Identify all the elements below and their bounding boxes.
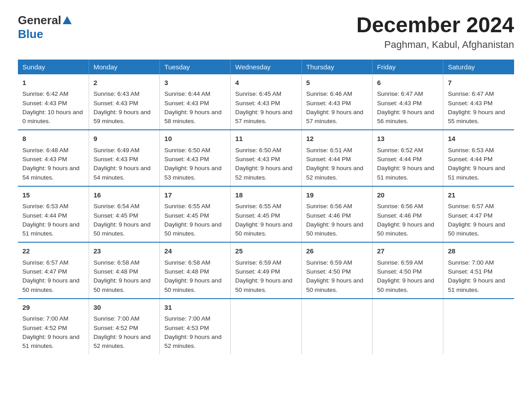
calendar-cell: 29Sunrise: 7:00 AMSunset: 4:52 PMDayligh…: [18, 299, 89, 355]
calendar-cell: 8Sunrise: 6:48 AMSunset: 4:43 PMDaylight…: [18, 130, 89, 186]
day-number: 3: [164, 78, 226, 88]
day-number: 18: [235, 190, 296, 201]
day-number: 1: [22, 78, 84, 88]
calendar-cell: 20Sunrise: 6:56 AMSunset: 4:46 PMDayligh…: [372, 186, 443, 243]
calendar-week-row: 1Sunrise: 6:42 AMSunset: 4:43 PMDaylight…: [18, 74, 514, 130]
calendar-cell: 21Sunrise: 6:57 AMSunset: 4:47 PMDayligh…: [443, 186, 514, 243]
day-number: 17: [164, 190, 226, 201]
day-number: 13: [377, 134, 438, 144]
calendar-cell: 3Sunrise: 6:44 AMSunset: 4:43 PMDaylight…: [160, 74, 231, 130]
calendar-cell: 22Sunrise: 6:57 AMSunset: 4:47 PMDayligh…: [18, 242, 89, 299]
day-number: 12: [306, 134, 368, 144]
day-number: 4: [235, 78, 296, 88]
calendar-cell: 31Sunrise: 7:00 AMSunset: 4:53 PMDayligh…: [160, 299, 231, 355]
day-number: 22: [22, 246, 84, 257]
day-number: 23: [94, 246, 155, 257]
day-number: 15: [22, 190, 84, 201]
calendar-cell: 7Sunrise: 6:47 AMSunset: 4:43 PMDaylight…: [443, 74, 514, 130]
page-subtitle: Paghman, Kabul, Afghanistan: [356, 39, 514, 51]
calendar-cell: 15Sunrise: 6:53 AMSunset: 4:44 PMDayligh…: [18, 186, 89, 243]
day-of-week-header: Friday: [372, 60, 443, 74]
day-number: 8: [22, 134, 84, 144]
calendar-cell: 9Sunrise: 6:49 AMSunset: 4:43 PMDaylight…: [89, 130, 159, 186]
calendar-cell: [301, 299, 372, 355]
calendar-week-row: 8Sunrise: 6:48 AMSunset: 4:43 PMDaylight…: [18, 130, 514, 186]
calendar-header: SundayMondayTuesdayWednesdayThursdayFrid…: [18, 60, 514, 74]
calendar-cell: 24Sunrise: 6:58 AMSunset: 4:48 PMDayligh…: [160, 242, 231, 299]
logo-triangle-icon: [63, 16, 72, 24]
calendar-cell: 19Sunrise: 6:56 AMSunset: 4:46 PMDayligh…: [301, 186, 372, 243]
day-number: 14: [448, 134, 510, 144]
day-of-week-header: Thursday: [301, 60, 372, 74]
title-block: December 2024 Paghman, Kabul, Afghanista…: [356, 13, 514, 51]
day-of-week-header: Monday: [89, 60, 159, 74]
calendar-cell: 4Sunrise: 6:45 AMSunset: 4:43 PMDaylight…: [231, 74, 301, 130]
calendar-cell: [443, 299, 514, 355]
day-number: 21: [448, 190, 510, 201]
day-number: 29: [22, 303, 84, 313]
page-header: General Blue December 2024 Paghman, Kabu…: [18, 13, 514, 51]
day-number: 6: [377, 78, 438, 88]
day-number: 31: [164, 303, 226, 313]
calendar-cell: 10Sunrise: 6:50 AMSunset: 4:43 PMDayligh…: [160, 130, 231, 186]
day-number: 2: [94, 78, 155, 88]
day-of-week-header: Saturday: [443, 60, 514, 74]
day-number: 27: [377, 246, 438, 257]
day-number: 25: [235, 246, 296, 257]
calendar-week-row: 29Sunrise: 7:00 AMSunset: 4:52 PMDayligh…: [18, 299, 514, 355]
calendar-cell: 13Sunrise: 6:52 AMSunset: 4:44 PMDayligh…: [372, 130, 443, 186]
calendar-cell: 23Sunrise: 6:58 AMSunset: 4:48 PMDayligh…: [89, 242, 159, 299]
calendar-cell: 26Sunrise: 6:59 AMSunset: 4:50 PMDayligh…: [301, 242, 372, 299]
day-number: 24: [164, 246, 226, 257]
day-number: 5: [306, 78, 368, 88]
day-number: 10: [164, 134, 226, 144]
day-number: 19: [306, 190, 368, 201]
calendar-cell: 12Sunrise: 6:51 AMSunset: 4:44 PMDayligh…: [301, 130, 372, 186]
calendar-cell: 27Sunrise: 6:59 AMSunset: 4:50 PMDayligh…: [372, 242, 443, 299]
day-number: 26: [306, 246, 368, 257]
day-number: 20: [377, 190, 438, 201]
calendar-cell: 1Sunrise: 6:42 AMSunset: 4:43 PMDaylight…: [18, 74, 89, 130]
calendar-cell: 17Sunrise: 6:55 AMSunset: 4:45 PMDayligh…: [160, 186, 231, 243]
page-title: December 2024: [356, 13, 514, 37]
calendar-cell: 30Sunrise: 7:00 AMSunset: 4:52 PMDayligh…: [89, 299, 159, 355]
day-number: 16: [94, 190, 155, 201]
calendar-body: 1Sunrise: 6:42 AMSunset: 4:43 PMDaylight…: [18, 74, 514, 355]
calendar-cell: [372, 299, 443, 355]
day-number: 7: [448, 78, 510, 88]
header-row: SundayMondayTuesdayWednesdayThursdayFrid…: [18, 60, 514, 74]
calendar-cell: 16Sunrise: 6:54 AMSunset: 4:45 PMDayligh…: [89, 186, 159, 243]
calendar-cell: 18Sunrise: 6:55 AMSunset: 4:45 PMDayligh…: [231, 186, 301, 243]
calendar-cell: 5Sunrise: 6:46 AMSunset: 4:43 PMDaylight…: [301, 74, 372, 130]
calendar-table: SundayMondayTuesdayWednesdayThursdayFrid…: [18, 60, 514, 355]
calendar-cell: 25Sunrise: 6:59 AMSunset: 4:49 PMDayligh…: [231, 242, 301, 299]
day-number: 28: [448, 246, 510, 257]
day-number: 30: [94, 303, 155, 313]
calendar-cell: [231, 299, 301, 355]
calendar-cell: 11Sunrise: 6:50 AMSunset: 4:43 PMDayligh…: [231, 130, 301, 186]
calendar-cell: 14Sunrise: 6:53 AMSunset: 4:44 PMDayligh…: [443, 130, 514, 186]
calendar-cell: 6Sunrise: 6:47 AMSunset: 4:43 PMDaylight…: [372, 74, 443, 130]
day-of-week-header: Tuesday: [160, 60, 231, 74]
day-of-week-header: Wednesday: [231, 60, 301, 74]
calendar-cell: 2Sunrise: 6:43 AMSunset: 4:43 PMDaylight…: [89, 74, 159, 130]
day-number: 9: [94, 134, 155, 144]
calendar-week-row: 15Sunrise: 6:53 AMSunset: 4:44 PMDayligh…: [18, 186, 514, 243]
calendar-week-row: 22Sunrise: 6:57 AMSunset: 4:47 PMDayligh…: [18, 242, 514, 299]
logo: General Blue: [18, 13, 72, 41]
calendar-cell: 28Sunrise: 7:00 AMSunset: 4:51 PMDayligh…: [443, 242, 514, 299]
day-number: 11: [235, 134, 296, 144]
logo-blue-text: Blue: [18, 27, 43, 41]
day-of-week-header: Sunday: [18, 60, 89, 74]
logo-general-text: General: [18, 13, 61, 27]
